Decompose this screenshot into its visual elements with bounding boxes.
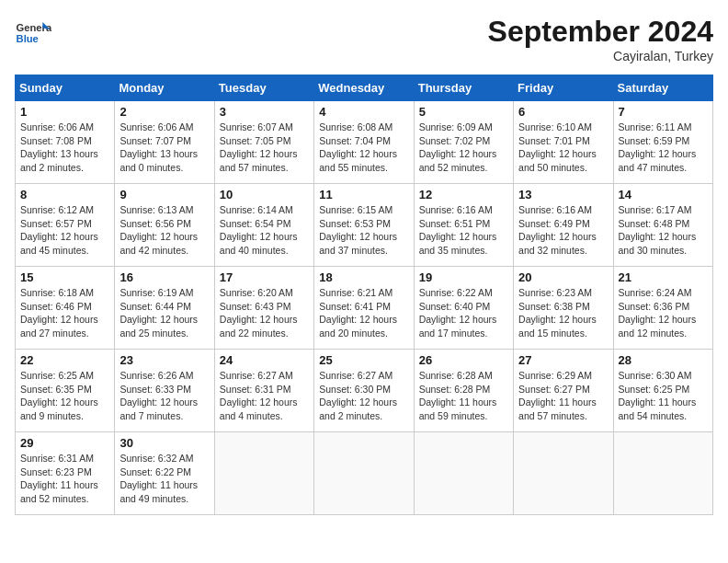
day-detail: Sunrise: 6:31 AM Sunset: 6:23 PM Dayligh…	[20, 452, 109, 506]
day-header-friday: Friday	[514, 75, 613, 101]
day-header-tuesday: Tuesday	[214, 75, 313, 101]
day-detail: Sunrise: 6:12 AM Sunset: 6:57 PM Dayligh…	[20, 203, 109, 258]
calendar-cell: 21 Sunrise: 6:24 AM Sunset: 6:36 PM Dayl…	[613, 267, 712, 350]
location-subtitle: Cayiralan, Turkey	[488, 49, 713, 63]
calendar-cell: 20 Sunrise: 6:23 AM Sunset: 6:38 PM Dayl…	[514, 267, 613, 350]
day-number: 15	[20, 270, 109, 284]
day-detail: Sunrise: 6:18 AM Sunset: 6:46 PM Dayligh…	[20, 286, 109, 340]
day-number: 22	[20, 353, 109, 367]
calendar-cell	[514, 432, 613, 515]
calendar-cell: 8 Sunrise: 6:12 AM Sunset: 6:57 PM Dayli…	[16, 184, 115, 267]
day-detail: Sunrise: 6:11 AM Sunset: 6:59 PM Dayligh…	[619, 121, 708, 175]
calendar-cell: 17 Sunrise: 6:20 AM Sunset: 6:43 PM Dayl…	[214, 267, 313, 350]
calendar-cell: 30 Sunrise: 6:32 AM Sunset: 6:22 PM Dayl…	[115, 432, 214, 515]
day-detail: Sunrise: 6:20 AM Sunset: 6:43 PM Dayligh…	[220, 286, 309, 340]
day-number: 30	[119, 436, 209, 450]
day-detail: Sunrise: 6:27 AM Sunset: 6:31 PM Dayligh…	[220, 369, 309, 423]
calendar-cell: 4 Sunrise: 6:08 AM Sunset: 7:04 PM Dayli…	[314, 101, 414, 184]
calendar-cell: 24 Sunrise: 6:27 AM Sunset: 6:31 PM Dayl…	[214, 350, 313, 432]
calendar-cell	[314, 432, 414, 515]
day-detail: Sunrise: 6:29 AM Sunset: 6:27 PM Dayligh…	[518, 369, 608, 423]
day-detail: Sunrise: 6:21 AM Sunset: 6:41 PM Dayligh…	[319, 286, 408, 340]
day-number: 27	[518, 353, 608, 367]
calendar-cell: 11 Sunrise: 6:15 AM Sunset: 6:53 PM Dayl…	[314, 184, 414, 267]
day-number: 9	[119, 188, 209, 201]
month-title: September 2024	[488, 15, 713, 49]
calendar-cell: 16 Sunrise: 6:19 AM Sunset: 6:44 PM Dayl…	[115, 267, 214, 350]
day-number: 28	[619, 353, 708, 367]
day-detail: Sunrise: 6:08 AM Sunset: 7:04 PM Dayligh…	[319, 121, 408, 175]
calendar-cell: 9 Sunrise: 6:13 AM Sunset: 6:56 PM Dayli…	[115, 184, 214, 267]
calendar-cell: 3 Sunrise: 6:07 AM Sunset: 7:05 PM Dayli…	[214, 101, 313, 184]
day-number: 11	[319, 188, 408, 201]
day-number: 7	[619, 105, 708, 119]
day-number: 19	[419, 270, 508, 284]
day-detail: Sunrise: 6:28 AM Sunset: 6:28 PM Dayligh…	[419, 369, 508, 423]
day-number: 16	[119, 270, 209, 284]
day-detail: Sunrise: 6:19 AM Sunset: 6:44 PM Dayligh…	[119, 286, 209, 340]
day-detail: Sunrise: 6:06 AM Sunset: 7:08 PM Dayligh…	[20, 121, 109, 175]
day-number: 24	[220, 353, 309, 367]
day-detail: Sunrise: 6:16 AM Sunset: 6:51 PM Dayligh…	[419, 203, 508, 258]
day-detail: Sunrise: 6:13 AM Sunset: 6:56 PM Dayligh…	[119, 203, 209, 258]
day-detail: Sunrise: 6:25 AM Sunset: 6:35 PM Dayligh…	[20, 369, 109, 423]
calendar-cell: 15 Sunrise: 6:18 AM Sunset: 6:46 PM Dayl…	[16, 267, 115, 350]
day-detail: Sunrise: 6:30 AM Sunset: 6:25 PM Dayligh…	[619, 369, 708, 423]
day-number: 1	[20, 105, 109, 119]
day-number: 23	[119, 353, 209, 367]
day-number: 8	[20, 188, 109, 201]
calendar-cell	[414, 432, 513, 515]
day-header-wednesday: Wednesday	[314, 75, 414, 101]
day-detail: Sunrise: 6:22 AM Sunset: 6:40 PM Dayligh…	[419, 286, 508, 340]
calendar-cell: 7 Sunrise: 6:11 AM Sunset: 6:59 PM Dayli…	[613, 101, 712, 184]
day-number: 29	[20, 436, 109, 450]
calendar-cell: 5 Sunrise: 6:09 AM Sunset: 7:02 PM Dayli…	[414, 101, 513, 184]
day-detail: Sunrise: 6:16 AM Sunset: 6:49 PM Dayligh…	[518, 203, 608, 258]
calendar-cell: 29 Sunrise: 6:31 AM Sunset: 6:23 PM Dayl…	[16, 432, 115, 515]
calendar-table: SundayMondayTuesdayWednesdayThursdayFrid…	[15, 75, 713, 515]
calendar-cell	[613, 432, 712, 515]
day-header-monday: Monday	[115, 75, 214, 101]
day-header-sunday: Sunday	[16, 75, 115, 101]
svg-text:Blue: Blue	[17, 33, 39, 44]
logo: General Blue	[15, 15, 55, 52]
calendar-cell: 23 Sunrise: 6:26 AM Sunset: 6:33 PM Dayl…	[115, 350, 214, 432]
calendar-cell: 6 Sunrise: 6:10 AM Sunset: 7:01 PM Dayli…	[514, 101, 613, 184]
day-number: 21	[619, 270, 708, 284]
day-number: 25	[319, 353, 408, 367]
calendar-cell: 10 Sunrise: 6:14 AM Sunset: 6:54 PM Dayl…	[214, 184, 313, 267]
calendar-cell: 13 Sunrise: 6:16 AM Sunset: 6:49 PM Dayl…	[514, 184, 613, 267]
calendar-cell: 19 Sunrise: 6:22 AM Sunset: 6:40 PM Dayl…	[414, 267, 513, 350]
day-number: 3	[220, 105, 309, 119]
day-number: 4	[319, 105, 408, 119]
calendar-cell: 27 Sunrise: 6:29 AM Sunset: 6:27 PM Dayl…	[514, 350, 613, 432]
day-number: 2	[119, 105, 209, 119]
day-detail: Sunrise: 6:17 AM Sunset: 6:48 PM Dayligh…	[619, 203, 708, 258]
day-number: 20	[518, 270, 608, 284]
calendar-cell: 28 Sunrise: 6:30 AM Sunset: 6:25 PM Dayl…	[613, 350, 712, 432]
day-header-saturday: Saturday	[613, 75, 712, 101]
day-detail: Sunrise: 6:15 AM Sunset: 6:53 PM Dayligh…	[319, 203, 408, 258]
calendar-cell: 14 Sunrise: 6:17 AM Sunset: 6:48 PM Dayl…	[613, 184, 712, 267]
day-detail: Sunrise: 6:24 AM Sunset: 6:36 PM Dayligh…	[619, 286, 708, 340]
day-detail: Sunrise: 6:09 AM Sunset: 7:02 PM Dayligh…	[419, 121, 508, 175]
calendar-cell: 2 Sunrise: 6:06 AM Sunset: 7:07 PM Dayli…	[115, 101, 214, 184]
page-header: General Blue September 2024 Cayiralan, T…	[15, 15, 713, 63]
calendar-cell: 1 Sunrise: 6:06 AM Sunset: 7:08 PM Dayli…	[16, 101, 115, 184]
calendar-cell: 22 Sunrise: 6:25 AM Sunset: 6:35 PM Dayl…	[16, 350, 115, 432]
day-number: 14	[619, 188, 708, 201]
day-number: 5	[419, 105, 508, 119]
day-detail: Sunrise: 6:14 AM Sunset: 6:54 PM Dayligh…	[220, 203, 309, 258]
day-number: 26	[419, 353, 508, 367]
calendar-cell: 18 Sunrise: 6:21 AM Sunset: 6:41 PM Dayl…	[314, 267, 414, 350]
day-detail: Sunrise: 6:27 AM Sunset: 6:30 PM Dayligh…	[319, 369, 408, 423]
title-block: September 2024 Cayiralan, Turkey	[488, 15, 713, 63]
calendar-cell: 12 Sunrise: 6:16 AM Sunset: 6:51 PM Dayl…	[414, 184, 513, 267]
day-number: 18	[319, 270, 408, 284]
calendar-cell: 26 Sunrise: 6:28 AM Sunset: 6:28 PM Dayl…	[414, 350, 513, 432]
day-number: 13	[518, 188, 608, 201]
day-header-thursday: Thursday	[414, 75, 513, 101]
day-detail: Sunrise: 6:07 AM Sunset: 7:05 PM Dayligh…	[220, 121, 309, 175]
day-detail: Sunrise: 6:32 AM Sunset: 6:22 PM Dayligh…	[119, 452, 209, 506]
day-number: 12	[419, 188, 508, 201]
